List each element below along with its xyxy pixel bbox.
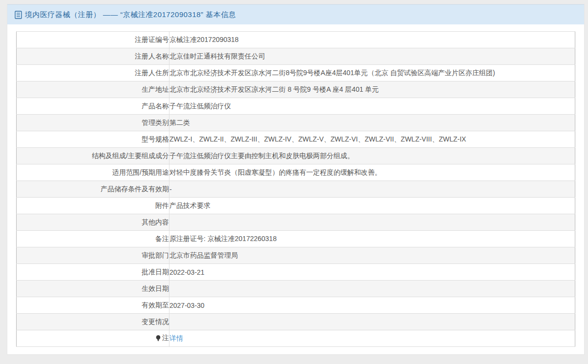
row-value [169,314,575,330]
row-value: 第二类 [169,115,575,131]
row-value: 原注册证号: 京械注准20172260318 [169,231,575,247]
table-row: 变更情况 [17,314,575,330]
row-label: 结构及组成/主要组成成分 [17,148,169,164]
row-label: 其他内容 [17,214,169,231]
table-row: 生效日期 [17,281,575,297]
row-value: 2022-03-21 [169,264,575,281]
registration-table: 注册证编号 京械注准20172090318 注册人名称 北京佳时正通科技有限责任… [16,31,575,347]
row-value: 北京市北京经济技术开发区凉水河二街 8 号院9 号楼A 座4 层401 单元 [169,81,575,98]
row-label: 备注 [17,231,169,247]
table-row: 产品名称 子午流注低频治疗仪 [17,98,575,115]
row-value: 产品技术要求 [169,198,575,214]
row-label: 变更情况 [17,314,169,330]
table-row: 注册人名称 北京佳时正通科技有限责任公司 [17,48,575,65]
table-row: 附件 产品技术要求 [17,198,575,214]
table-row-note: 注 详情 [17,330,575,347]
row-value: 2027-03-30 [169,297,575,314]
registration-info-card: 境内医疗器械（注册） —— “京械注准20172090318” 基本信息 注册证… [7,4,585,355]
row-label: 生产地址 [17,81,169,98]
row-value: 子午流注低频治疗仪主要由控制主机和皮肤电极两部分组成。 [169,148,575,164]
row-label: 附件 [17,198,169,214]
row-value [169,214,575,231]
bulb-icon [155,335,161,342]
table-row: 生产地址 北京市北京经济技术开发区凉水河二街 8 号院9 号楼A 座4 层401… [17,81,575,98]
row-label: 注 [17,330,169,347]
row-value: 对轻中度膝骨关节炎（阳虚寒凝型）的疼痛有一定程度的缓解和改善。 [169,164,575,181]
row-value: 详情 [169,330,575,347]
table-row: 批准日期 2022-03-21 [17,264,575,281]
document-icon [15,11,22,19]
row-label: 生效日期 [17,281,169,297]
registration-table-container: 注册证编号 京械注准20172090318 注册人名称 北京佳时正通科技有限责任… [16,31,575,347]
table-row: 其他内容 [17,214,575,231]
row-label: 审批部门 [17,247,169,264]
row-value [169,281,575,297]
row-label: 注册人名称 [17,48,169,65]
row-label: 有效期至 [17,297,169,314]
row-label: 适用范围/预期用途 [17,164,169,181]
note-label-text: 注 [162,334,169,343]
details-link[interactable]: 详情 [169,334,183,342]
row-label: 型号规格 [17,131,169,148]
row-label: 批准日期 [17,264,169,281]
page-header: 境内医疗器械（注册） —— “京械注准20172090318” 基本信息 [7,4,584,24]
table-row: 注册人住所 北京市北京经济技术开发区凉水河二街8号院9号楼A座4层401单元（北… [17,65,575,81]
row-label: 注册证编号 [17,32,169,48]
row-value: 北京市药品监督管理局 [169,247,575,264]
table-row: 产品储存条件及有效期 - [17,181,575,198]
row-label: 管理类别 [17,115,169,131]
row-value: ZWLZ-I、ZWLZ-II、ZWLZ-III、ZWLZ-IV、ZWLZ-V、Z… [169,131,575,148]
row-value: 子午流注低频治疗仪 [169,98,575,115]
table-row: 审批部门 北京市药品监督管理局 [17,247,575,264]
page-title: 境内医疗器械（注册） —— “京械注准20172090318” 基本信息 [25,10,236,20]
table-row: 注册证编号 京械注准20172090318 [17,32,575,48]
table-row: 备注 原注册证号: 京械注准20172260318 [17,231,575,247]
row-label: 注册人住所 [17,65,169,81]
table-row: 有效期至 2027-03-30 [17,297,575,314]
row-value: 北京市北京经济技术开发区凉水河二街8号院9号楼A座4层401单元（北京 自贸试验… [169,65,575,81]
table-row: 型号规格 ZWLZ-I、ZWLZ-II、ZWLZ-III、ZWLZ-IV、ZWL… [17,131,575,148]
row-value: 京械注准20172090318 [169,32,575,48]
table-row: 适用范围/预期用途 对轻中度膝骨关节炎（阳虚寒凝型）的疼痛有一定程度的缓解和改善… [17,164,575,181]
row-label: 产品名称 [17,98,169,115]
row-label: 产品储存条件及有效期 [17,181,169,198]
table-row: 管理类别 第二类 [17,115,575,131]
row-value: 北京佳时正通科技有限责任公司 [169,48,575,65]
row-value: - [169,181,575,198]
table-row: 结构及组成/主要组成成分 子午流注低频治疗仪主要由控制主机和皮肤电极两部分组成。 [17,148,575,164]
